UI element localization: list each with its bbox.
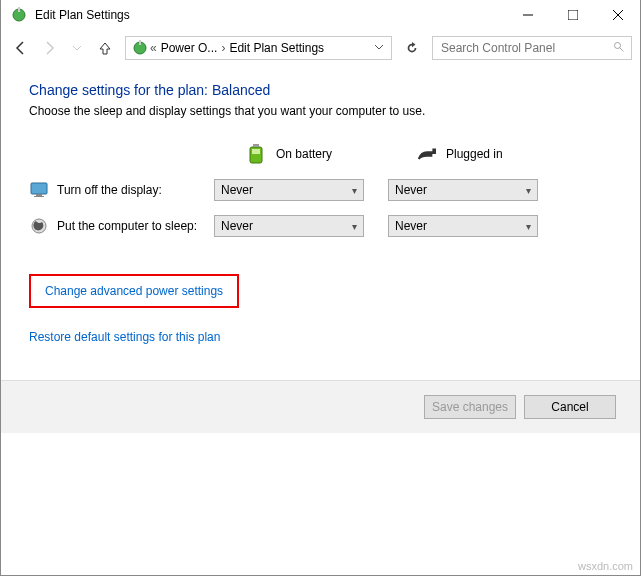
title-bar: Edit Plan Settings <box>1 0 640 30</box>
window-title: Edit Plan Settings <box>35 8 505 22</box>
sleep-icon <box>29 216 49 236</box>
battery-label: On battery <box>276 147 332 161</box>
navigation-bar: « Power O... › Edit Plan Settings <box>1 30 640 66</box>
sleep-plugged-select[interactable]: Never ▾ <box>388 215 538 237</box>
svg-rect-7 <box>139 40 141 45</box>
power-plan-icon <box>9 5 29 25</box>
breadcrumb-item[interactable]: Edit Plan Settings <box>225 41 328 55</box>
display-plugged-select[interactable]: Never ▾ <box>388 179 538 201</box>
minimize-button[interactable] <box>505 0 550 30</box>
breadcrumb-root-sep: « <box>150 41 157 55</box>
sleep-battery-select[interactable]: Never ▾ <box>214 215 364 237</box>
display-row: Turn off the display: Never ▾ Never ▾ <box>29 172 612 208</box>
svg-rect-15 <box>34 196 44 197</box>
refresh-button[interactable] <box>400 36 424 60</box>
select-value: Never <box>395 219 427 233</box>
search-input[interactable] <box>439 40 589 56</box>
select-value: Never <box>221 219 253 233</box>
recent-dropdown-icon[interactable] <box>65 36 89 60</box>
cancel-button[interactable]: Cancel <box>524 395 616 419</box>
battery-icon <box>246 144 266 164</box>
chevron-down-icon: ▾ <box>526 185 531 196</box>
chevron-down-icon: ▾ <box>352 185 357 196</box>
display-icon <box>29 180 49 200</box>
breadcrumb-dropdown[interactable] <box>371 41 387 55</box>
content-area: Change settings for the plan: Balanced C… <box>1 66 640 360</box>
battery-column: On battery <box>214 144 384 164</box>
svg-line-9 <box>620 47 624 51</box>
save-button[interactable]: Save changes <box>424 395 516 419</box>
page-subtitle: Choose the sleep and display settings th… <box>29 104 612 118</box>
maximize-button[interactable] <box>550 0 595 30</box>
svg-rect-12 <box>252 149 260 154</box>
search-icon[interactable] <box>613 41 625 56</box>
select-value: Never <box>395 183 427 197</box>
display-label: Turn off the display: <box>57 183 162 197</box>
sleep-label: Put the computer to sleep: <box>57 219 197 233</box>
breadcrumb-item[interactable]: Power O... <box>157 41 222 55</box>
svg-rect-13 <box>31 183 47 194</box>
search-box[interactable] <box>432 36 632 60</box>
svg-rect-11 <box>253 144 259 147</box>
plug-icon <box>416 144 436 164</box>
svg-rect-14 <box>36 194 42 196</box>
column-headers: On battery Plugged in <box>29 136 612 172</box>
up-button[interactable] <box>93 36 117 60</box>
breadcrumb-icon <box>130 38 150 58</box>
advanced-settings-link[interactable]: Change advanced power settings <box>45 284 223 298</box>
breadcrumb[interactable]: « Power O... › Edit Plan Settings <box>125 36 392 60</box>
display-battery-select[interactable]: Never ▾ <box>214 179 364 201</box>
close-button[interactable] <box>595 0 640 30</box>
svg-point-8 <box>615 42 621 48</box>
forward-button[interactable] <box>37 36 61 60</box>
page-title: Change settings for the plan: Balanced <box>29 82 612 98</box>
svg-rect-1 <box>18 7 20 12</box>
chevron-down-icon: ▾ <box>352 221 357 232</box>
plugged-column: Plugged in <box>384 144 554 164</box>
watermark: wsxdn.com <box>578 560 633 572</box>
chevron-down-icon: ▾ <box>526 221 531 232</box>
footer: Save changes Cancel <box>1 381 640 433</box>
svg-rect-3 <box>568 10 578 20</box>
sleep-row: Put the computer to sleep: Never ▾ Never… <box>29 208 612 244</box>
plugged-label: Plugged in <box>446 147 503 161</box>
select-value: Never <box>221 183 253 197</box>
back-button[interactable] <box>9 36 33 60</box>
restore-defaults-link[interactable]: Restore default settings for this plan <box>29 330 220 344</box>
highlight-box: Change advanced power settings <box>29 274 239 308</box>
